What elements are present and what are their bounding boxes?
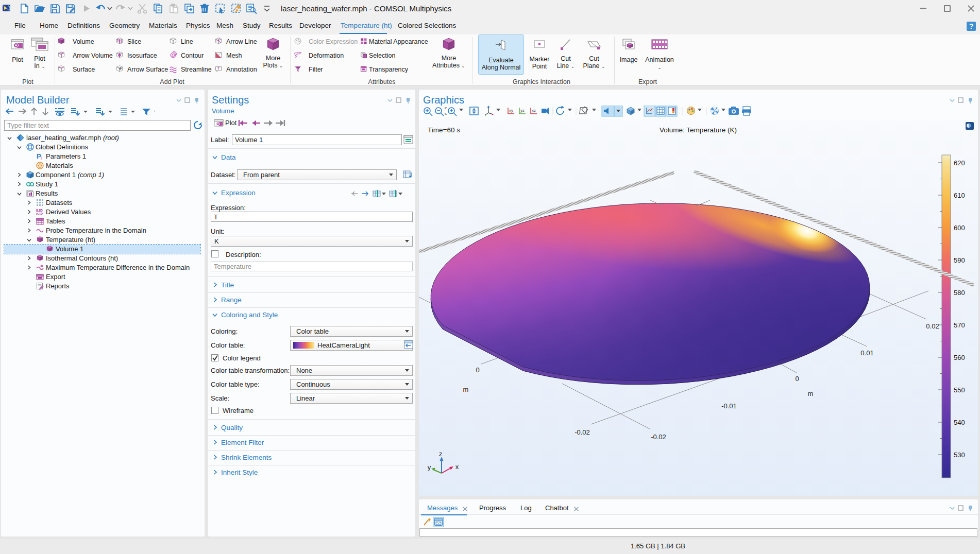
svg-text:-0.02: -0.02 — [651, 433, 666, 441]
svg-text:-0.01: -0.01 — [721, 402, 737, 410]
svg-text:570: 570 — [954, 321, 965, 329]
svg-text:z: z — [439, 450, 443, 458]
svg-text:e-12: e-12 — [36, 212, 43, 216]
svg-text:Volume: Temperature (K): Volume: Temperature (K) — [660, 126, 737, 134]
svg-text:y: y — [428, 463, 431, 471]
svg-text:m: m — [463, 386, 469, 393]
svg-text:540: 540 — [954, 419, 965, 426]
svg-text:560: 560 — [954, 354, 965, 361]
svg-text:x: x — [455, 463, 459, 471]
svg-text:0: 0 — [476, 366, 479, 374]
svg-text:550: 550 — [954, 386, 965, 394]
svg-text:0: 0 — [795, 375, 799, 383]
svg-text:0.01: 0.01 — [860, 349, 873, 357]
svg-text:Time=60 s: Time=60 s — [428, 126, 460, 134]
svg-text:yz: yz — [520, 108, 525, 113]
svg-text:580: 580 — [954, 289, 965, 297]
svg-text:-0.02: -0.02 — [575, 428, 590, 436]
svg-text:m: m — [808, 390, 814, 397]
svg-text:620: 620 — [954, 159, 965, 167]
svg-text:600: 600 — [954, 224, 965, 232]
svg-text:0.02: 0.02 — [926, 322, 939, 330]
svg-text:xz: xz — [532, 108, 536, 113]
svg-text:590: 590 — [954, 256, 965, 264]
svg-text:i: i — [41, 155, 42, 160]
svg-text:610: 610 — [954, 192, 965, 199]
svg-text:xy: xy — [509, 108, 513, 113]
svg-text:8.85: 8.85 — [36, 209, 43, 212]
svg-text:530: 530 — [954, 451, 965, 459]
